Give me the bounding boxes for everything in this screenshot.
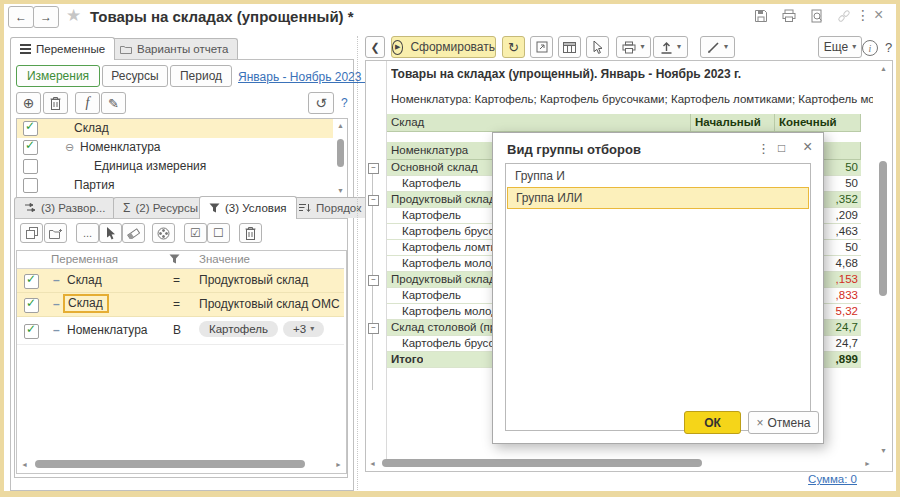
generate-button[interactable]: ▶ Сформировать [391, 36, 496, 58]
tab-conditions[interactable]: (3) Условия [199, 196, 297, 219]
report-hscrollbar[interactable]: ◄ ► [369, 458, 871, 469]
tree-scroll-thumb[interactable] [337, 139, 344, 167]
draw-menu-button[interactable]: ▾ [700, 36, 735, 58]
chevron-down-icon: ▾ [640, 43, 644, 51]
dialog-item-group-or[interactable]: Группа ИЛИ [507, 187, 809, 209]
tab-groupings[interactable]: (3) Развор... [14, 197, 115, 218]
scroll-down-icon[interactable]: ▼ [880, 447, 887, 454]
window-frame-left [0, 0, 4, 497]
copy-button[interactable] [20, 223, 43, 243]
filter-row-checkbox[interactable] [24, 298, 39, 313]
refresh-button[interactable]: ↻ [502, 36, 525, 58]
add-group-button[interactable] [44, 223, 67, 243]
dialog-item-group-and[interactable]: Группа И [507, 165, 809, 187]
info-button[interactable]: i [862, 40, 878, 56]
back-button[interactable]: ← [8, 6, 34, 28]
sum-link[interactable]: Сумма: 0 [760, 473, 857, 485]
collapse-node-icon[interactable]: ⊖ [65, 141, 74, 154]
table-settings-button[interactable] [558, 36, 581, 58]
period-button[interactable]: Период [170, 65, 232, 87]
hscroll-thumb[interactable] [382, 459, 702, 467]
checkbox-sklad[interactable] [23, 121, 38, 136]
wheel-button[interactable] [152, 223, 175, 243]
collapse-group-icon[interactable]: − [368, 195, 379, 206]
add-button[interactable]: ⊕ [16, 92, 41, 114]
filter-row-checkbox[interactable] [24, 324, 39, 339]
collapse-group-icon[interactable]: − [368, 323, 379, 334]
scroll-left-icon[interactable]: ◄ [21, 461, 28, 468]
formula-button[interactable]: f [75, 92, 100, 114]
tab-order[interactable]: Порядок [289, 197, 371, 218]
close-icon[interactable]: × [874, 6, 883, 24]
scroll-up-icon[interactable]: ▲ [337, 122, 344, 129]
filter-row-checkbox[interactable] [24, 274, 39, 289]
tree-row-edinitsa[interactable]: Единица измерения [17, 157, 333, 176]
tree-item-label: Склад [74, 121, 109, 135]
value-pill[interactable]: Картофель [199, 321, 278, 337]
tab-variables[interactable]: Переменные [10, 37, 115, 60]
report-vscrollbar[interactable]: ▲ ▼ [876, 63, 890, 456]
filter-row[interactable]: – Склад = Продуктовый склад [17, 269, 344, 293]
tree-row-sklad[interactable]: Склад [17, 119, 333, 138]
ellipsis-button[interactable]: ... [76, 223, 99, 243]
period-link[interactable]: Январь - Ноябрь 2023 г. [238, 70, 371, 84]
scroll-right-icon[interactable]: ► [335, 461, 342, 468]
cancel-button[interactable]: × Отмена [748, 411, 819, 434]
collapse-group-icon[interactable]: − [368, 275, 379, 286]
collapse-group-icon[interactable]: − [368, 163, 379, 174]
help-badge[interactable]: ? [341, 96, 348, 110]
dimensions-button[interactable]: Измерения [16, 65, 100, 87]
select-button[interactable] [99, 223, 122, 243]
ok-button[interactable]: ОК [684, 411, 741, 434]
tree-scrollbar[interactable]: ▲ ▼ [334, 119, 347, 197]
collapse-settings-button[interactable]: ❮ [365, 36, 385, 58]
filter-field-focused[interactable]: Склад [63, 294, 109, 313]
link-icon[interactable] [836, 8, 852, 24]
more-values-pill[interactable]: +3▾ [283, 321, 324, 337]
favorite-star-icon[interactable]: ★ [66, 5, 81, 26]
export-menu-button[interactable]: ▾ [653, 36, 688, 58]
dialog-maximize-icon[interactable]: □ [778, 141, 785, 155]
delete-button[interactable] [43, 92, 68, 114]
filter-row[interactable]: – Склад = Продуктовый склад ОМС [17, 293, 344, 317]
help-button[interactable]: ? [885, 40, 892, 55]
tree-row-partiya[interactable]: Партия [17, 176, 333, 195]
check-all-button[interactable]: ☑ [184, 223, 207, 243]
save-icon[interactable] [753, 8, 769, 24]
filter-row[interactable]: – Номенклатура В Картофель +3▾ [17, 317, 344, 345]
reset-button[interactable]: ↺ [308, 92, 334, 114]
more-actions-button[interactable]: Еще ▾ [818, 36, 862, 58]
vscroll-thumb[interactable] [879, 161, 887, 296]
checkbox-partiya[interactable] [23, 178, 38, 193]
trash-icon [50, 97, 61, 110]
dialog-close-icon[interactable]: × [803, 138, 812, 156]
scroll-right-icon[interactable]: ► [864, 460, 871, 467]
panel-splitter[interactable] [357, 36, 358, 490]
clear-button[interactable] [239, 223, 262, 243]
tree-item-label: Номенклатура [80, 140, 161, 154]
tab-report-variants[interactable]: Варианты отчета [110, 38, 238, 59]
scroll-down-icon[interactable]: ▼ [337, 187, 344, 194]
conditions-hscrollbar[interactable]: ◄ ► [21, 459, 342, 470]
forward-button[interactable]: → [33, 6, 59, 28]
edit-button[interactable]: ✎ [101, 92, 126, 114]
dialog-more-icon[interactable]: ⋮ [757, 141, 770, 156]
window-frame-top [0, 0, 900, 4]
expand-window-button[interactable] [530, 36, 553, 58]
pointer-mode-button[interactable] [586, 36, 609, 58]
print-icon[interactable] [781, 8, 797, 24]
resources-button[interactable]: Ресурсы [102, 65, 168, 87]
scroll-left-icon[interactable]: ◄ [369, 460, 376, 467]
checkbox-edinitsa[interactable] [23, 159, 38, 174]
scroll-up-icon[interactable]: ▲ [880, 65, 887, 72]
print-menu-button[interactable]: ▾ [616, 36, 651, 58]
hscroll-thumb[interactable] [35, 460, 305, 468]
checkbox-nomenklatura[interactable] [23, 140, 38, 155]
tab-resources[interactable]: Σ (2) Ресурсы [113, 197, 208, 218]
preview-icon[interactable] [809, 8, 825, 24]
tree-row-nomenklatura[interactable]: ⊖ Номенклатура [17, 138, 333, 157]
uncheck-all-button[interactable]: ☐ [207, 223, 230, 243]
eraser-button[interactable] [122, 223, 145, 243]
more-menu-icon[interactable]: ⋮ [856, 7, 870, 23]
dimensions-tree: Склад ⊖ Номенклатура Единица измерения П… [16, 118, 348, 200]
